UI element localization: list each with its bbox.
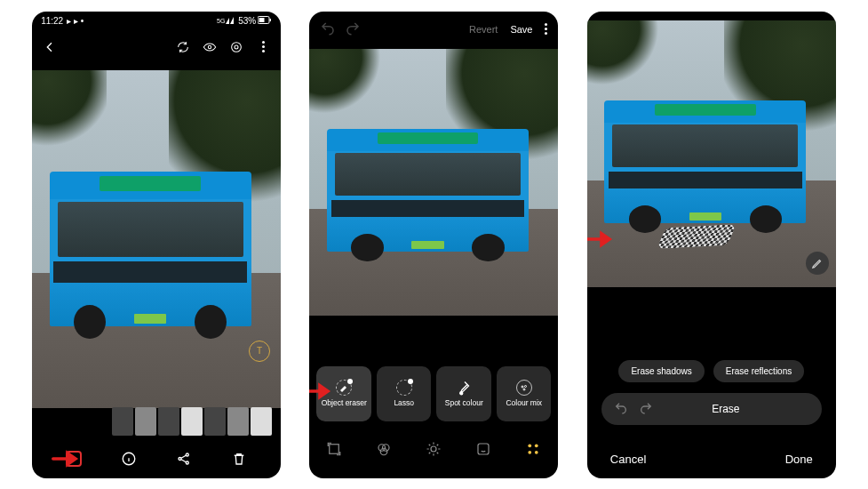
- more-icon[interactable]: [256, 40, 270, 54]
- done-button[interactable]: Done: [785, 453, 813, 466]
- filmstrip[interactable]: [112, 407, 272, 436]
- revert-button[interactable]: Revert: [469, 24, 498, 35]
- tool-label: Colour mix: [506, 399, 542, 407]
- chip-erase-reflections[interactable]: Erase reflections: [713, 360, 804, 382]
- editor-category-tabs: [309, 436, 558, 462]
- svg-text:5G: 5G: [217, 18, 225, 24]
- svg-point-6: [235, 45, 238, 49]
- info-icon[interactable]: [121, 451, 137, 467]
- photo-canvas[interactable]: T: [32, 70, 281, 408]
- edit-icon[interactable]: [66, 451, 82, 467]
- undo-icon[interactable]: [614, 401, 628, 417]
- chip-erase-shadows[interactable]: Erase shadows: [618, 360, 704, 382]
- svg-rect-15: [330, 444, 339, 453]
- share-icon[interactable]: [176, 451, 192, 467]
- tab-filters-icon[interactable]: [376, 441, 392, 457]
- bus-subject: [50, 172, 251, 327]
- svg-point-18: [381, 448, 388, 455]
- svg-point-21: [529, 444, 532, 447]
- vision-icon[interactable]: [229, 40, 243, 54]
- viewer-bottom-bar: [32, 439, 281, 478]
- tool-spot-colour[interactable]: Spot colour: [436, 366, 491, 421]
- status-bar: 11:22 ▸ ▸ • 5G 53%: [32, 12, 281, 31]
- phone-screen-eraser: Erase shadows Erase reflections Erase Ca…: [587, 12, 836, 478]
- save-button[interactable]: Save: [510, 24, 532, 35]
- redo-icon[interactable]: [345, 20, 361, 38]
- more-icon[interactable]: [545, 23, 547, 35]
- svg-point-13: [524, 385, 526, 387]
- draw-toggle-fab[interactable]: [806, 252, 829, 275]
- svg-point-10: [186, 461, 188, 464]
- status-time: 11:22: [41, 16, 63, 26]
- tool-label: Object eraser: [322, 399, 367, 407]
- back-icon[interactable]: [43, 40, 57, 54]
- cancel-button[interactable]: Cancel: [610, 453, 646, 466]
- viewer-top-bar: [32, 31, 281, 63]
- redo-icon[interactable]: [639, 401, 653, 417]
- svg-point-22: [535, 444, 538, 447]
- svg-point-4: [208, 45, 211, 48]
- photo-canvas[interactable]: [587, 20, 836, 287]
- tab-adjust-icon[interactable]: [426, 441, 442, 457]
- svg-point-23: [529, 450, 532, 453]
- erase-button[interactable]: Erase: [665, 403, 822, 415]
- eraser-suggestions: Erase shadows Erase reflections: [587, 360, 836, 382]
- preview-eye-icon[interactable]: [203, 40, 217, 54]
- tab-transform-icon[interactable]: [326, 441, 342, 457]
- bus-subject: [327, 129, 529, 252]
- status-app-icons: ▸ ▸ •: [67, 16, 84, 26]
- tool-label: Lasso: [394, 399, 414, 407]
- svg-point-19: [431, 446, 436, 452]
- tab-decorate-icon[interactable]: [475, 441, 491, 457]
- tool-colour-mix[interactable]: Colour mix: [497, 366, 552, 421]
- tools-row: Object eraser Lasso Spot colour Colour m…: [316, 366, 551, 421]
- svg-point-14: [523, 389, 525, 390]
- svg-rect-20: [478, 444, 489, 454]
- photo-canvas[interactable]: [309, 49, 558, 316]
- svg-point-9: [186, 453, 188, 456]
- status-network: 5G: [217, 16, 236, 27]
- svg-rect-3: [270, 19, 272, 21]
- status-battery-pct: 53%: [238, 16, 256, 26]
- phone-screen-editor-tools: Revert Save Object eraser Lasso Spot col…: [309, 12, 558, 478]
- undo-icon[interactable]: [320, 20, 336, 38]
- svg-point-17: [383, 444, 390, 451]
- phone-screen-viewer: 11:22 ▸ ▸ • 5G 53%: [32, 12, 281, 478]
- svg-rect-2: [259, 18, 265, 22]
- tool-object-eraser[interactable]: Object eraser: [316, 366, 371, 421]
- svg-point-11: [460, 392, 463, 395]
- svg-point-5: [232, 42, 242, 52]
- tool-label: Spot colour: [445, 399, 483, 407]
- erase-action-bar: Erase: [601, 393, 822, 425]
- battery-icon: [258, 16, 272, 26]
- tab-more-icon[interactable]: [525, 441, 541, 457]
- tool-lasso[interactable]: Lasso: [377, 366, 432, 421]
- motion-photo-badge[interactable]: T: [249, 341, 270, 362]
- svg-point-24: [535, 450, 538, 453]
- svg-point-8: [179, 457, 181, 460]
- delete-icon[interactable]: [231, 451, 247, 467]
- editor-top-bar: Revert Save: [309, 12, 558, 47]
- remaster-icon[interactable]: [176, 40, 190, 54]
- svg-point-12: [522, 386, 523, 388]
- confirm-bar: Cancel Done: [587, 453, 836, 466]
- bus-subject: [604, 100, 806, 223]
